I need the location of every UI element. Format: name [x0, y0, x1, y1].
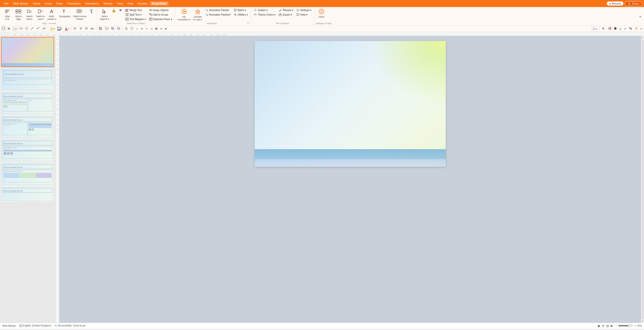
slide-thumb-5[interactable]: Click to edit Master title style Click t… [1, 139, 54, 162]
review-button[interactable]: Review ▾ [277, 8, 294, 12]
scroll-up-btn[interactable]: ▲ [641, 36, 644, 39]
slide-thumb-4[interactable]: Click to edit Master title style Click t… [1, 115, 54, 138]
starburst-tool[interactable]: ✫ [159, 27, 163, 31]
send-back-tool[interactable] [110, 26, 115, 31]
rect-tool[interactable] [19, 26, 24, 31]
starburst2-tool[interactable]: ✬ [164, 27, 168, 31]
slide-thumb-2[interactable]: Click to edit Master title style Click t… [1, 68, 54, 91]
table-format-painter-button[interactable]: Table FormatPainter [72, 8, 88, 21]
hexagon-tool[interactable] [129, 26, 134, 31]
view-menu[interactable]: View [115, 2, 125, 6]
text-margins-button[interactable]: Text Margins ▾ [124, 17, 147, 21]
theme-colors-button[interactable]: Theme Colors ▾ [252, 13, 277, 17]
animate-last-button[interactable]: Animateto Last ▾ [192, 8, 203, 22]
more-tools[interactable]: ≡ [639, 27, 643, 31]
align-right-tool[interactable] [84, 26, 89, 31]
draw-menu[interactable]: Draw [54, 2, 65, 6]
circle-full-tool[interactable] [613, 26, 618, 31]
match-last-button[interactable]: Match toLast ▾ [35, 8, 46, 21]
insert-menu[interactable]: Insert [43, 2, 54, 6]
star6-tool[interactable]: ✧ [145, 27, 149, 31]
zoom-slider[interactable] [618, 325, 633, 326]
star5-tool[interactable]: ☆ [135, 27, 139, 31]
ribbon-expand-button[interactable]: ▲ [638, 14, 642, 18]
zoom-thumb[interactable] [628, 324, 631, 327]
shape-minus-tool[interactable] [607, 26, 612, 31]
help-menu[interactable]: Help [126, 2, 135, 6]
subscript-tool[interactable]: x₂ [618, 27, 623, 31]
scroll-track[interactable] [642, 39, 644, 319]
animation-painter-btn[interactable]: Animation Painter [204, 8, 232, 12]
merge-text-button[interactable]: Merge Text [124, 8, 147, 12]
select-objects-button[interactable]: SelectObjects ▾ [99, 8, 110, 21]
line-color-tool[interactable]: ▾ [56, 26, 63, 31]
star-tool[interactable] [124, 26, 129, 31]
multi-painter-button[interactable]: Multi-painter ▾ [47, 8, 57, 21]
format-painter-button[interactable] [88, 8, 96, 15]
export-button[interactable]: Export ▾ [277, 13, 294, 17]
slidemaster-menu[interactable]: Slide Master [11, 2, 30, 6]
slide-thumb-1[interactable] [1, 37, 54, 67]
sun-tool[interactable] [634, 26, 639, 31]
arrow-tool[interactable] [7, 26, 12, 31]
utilities-button[interactable]: Utilities ▾ [232, 13, 249, 17]
my-animations-button[interactable]: MyAnimations ▾ [177, 8, 192, 22]
star4-tool[interactable]: ✦ [140, 27, 144, 31]
typography-button[interactable]: T Typography [58, 8, 72, 18]
slide-thumb-3[interactable]: Click to edit Master title style Click t… [1, 92, 54, 114]
normal-view-btn[interactable]: ▣ [597, 324, 601, 327]
shape-dropdown[interactable]: ▢▾ [12, 27, 18, 31]
brightslide-menu[interactable]: BrightSlide [150, 2, 169, 6]
justify-tool[interactable]: ▾ [89, 27, 96, 31]
transitions-menu[interactable]: Transitions [65, 2, 83, 6]
swap-objects-button[interactable]: Swap Objects [148, 8, 173, 12]
lock-button[interactable]: 🔒 [111, 8, 117, 13]
review-menu[interactable]: Review [101, 2, 114, 6]
split-text-button[interactable]: Split Text ▾ [124, 13, 147, 17]
align-to-button[interactable]: Alignto ▾ [2, 8, 13, 21]
fill-color-tool[interactable]: ▾ [49, 26, 56, 31]
canvas-area[interactable] [59, 36, 641, 323]
eye-button[interactable]: 👁 [117, 8, 124, 13]
font-size-input[interactable] [592, 26, 600, 31]
oval-tool[interactable] [24, 26, 29, 31]
crop-tool[interactable] [601, 26, 606, 31]
animation-expand-icon[interactable]: ⊡ [247, 22, 249, 24]
slide-thumb-7[interactable]: Click to edit Master title style [1, 186, 54, 201]
connector-tool[interactable] [41, 26, 47, 31]
animations-menu[interactable]: Animations [83, 2, 101, 6]
share-button[interactable]: 🔒 Share [625, 1, 642, 6]
group-tool[interactable] [104, 26, 109, 31]
reading-view-btn[interactable]: ▤ [606, 324, 610, 327]
duplicate-tool[interactable] [98, 26, 103, 31]
record-button[interactable]: ● Record [607, 2, 623, 6]
help-button[interactable]: ? Help ▾ [295, 13, 313, 17]
arrow-line-tool[interactable] [35, 26, 41, 31]
file-menu[interactable]: File [2, 2, 11, 6]
star8-tool[interactable]: ✩ [149, 27, 154, 31]
slide-thumb-6[interactable]: Click to edit Master title style Click t… [1, 163, 54, 185]
replace-tool[interactable] [628, 26, 633, 31]
presenter-view-btn[interactable]: ▶ [610, 324, 614, 327]
add-to-group-button[interactable]: + Add to Group [148, 13, 173, 17]
text-color-tool[interactable]: A▾ [64, 26, 70, 31]
selection-pane-button[interactable]: Selection Pane ▾ [148, 17, 173, 21]
superscript-tool[interactable]: x² [623, 27, 627, 31]
align-left-tool[interactable] [73, 26, 78, 31]
animation-painter2-btn[interactable]: Animation Painter▾ [204, 13, 232, 17]
acrobat-menu[interactable]: Acrobat [136, 2, 149, 6]
slidesorter-view-btn[interactable]: ⊞ [601, 324, 605, 327]
about-button[interactable]: i About [316, 8, 327, 19]
align-center-tool[interactable] [78, 26, 83, 31]
match-size-button[interactable]: MatchSize ▾ [24, 8, 35, 21]
zoom-in-btn[interactable]: + [634, 324, 636, 327]
zoom-out-btn[interactable]: − [616, 324, 617, 327]
settings-button[interactable]: Settings ▾ [295, 8, 313, 12]
select-tool[interactable] [1, 26, 6, 31]
scroll-down-btn[interactable]: ▼ [641, 320, 644, 323]
star3-tool[interactable]: ✪ [154, 27, 158, 31]
bring-front-tool[interactable] [116, 26, 122, 31]
batch-button[interactable]: Batch ▾ [232, 8, 249, 12]
home-menu[interactable]: Home [31, 2, 42, 6]
guides-button[interactable]: Guides ▾ [252, 8, 277, 12]
